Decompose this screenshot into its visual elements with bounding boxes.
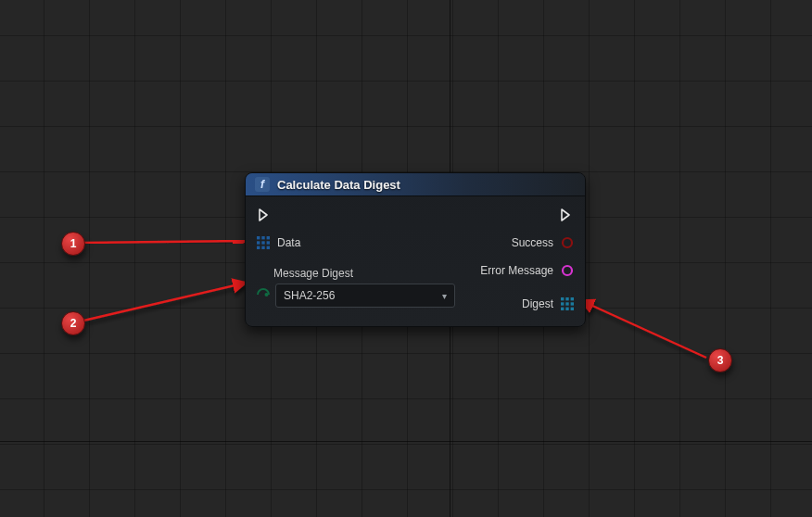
node-calculate-data-digest[interactable]: f Calculate Data Digest <box>245 172 586 327</box>
svg-rect-7 <box>261 241 264 244</box>
message-digest-value: SHA2-256 <box>284 289 335 302</box>
error-output-label: Error Message <box>480 264 553 277</box>
svg-line-1 <box>83 283 247 321</box>
svg-rect-15 <box>561 297 564 300</box>
callout-badge-3: 3 <box>708 348 732 372</box>
function-badge-icon: f <box>255 177 270 192</box>
exec-pin-icon <box>257 208 272 222</box>
callout-badge-2: 2 <box>61 311 85 335</box>
error-output-pin[interactable]: Error Message <box>480 261 574 280</box>
svg-line-0 <box>83 241 247 243</box>
exec-out-pin[interactable] <box>559 206 574 224</box>
svg-point-14 <box>563 266 572 275</box>
message-digest-dropdown[interactable]: SHA2-256 ▾ <box>275 284 455 308</box>
node-outputs-column: Success Error Message Digest <box>480 206 574 313</box>
svg-rect-3 <box>257 236 260 239</box>
digest-output-label: Digest <box>522 297 553 310</box>
svg-point-13 <box>563 238 572 247</box>
svg-rect-10 <box>261 246 264 249</box>
array-pin-icon <box>257 236 270 249</box>
svg-rect-5 <box>267 236 270 239</box>
svg-point-12 <box>265 293 269 296</box>
data-input-label: Data <box>277 236 300 249</box>
blueprint-graph-canvas[interactable]: f Calculate Data Digest <box>0 0 812 517</box>
svg-rect-8 <box>267 241 270 244</box>
digest-output-pin[interactable]: Digest <box>522 295 574 313</box>
svg-rect-16 <box>565 297 568 300</box>
node-header[interactable]: f Calculate Data Digest <box>246 173 585 196</box>
svg-rect-19 <box>565 302 568 305</box>
callout-badge-1: 1 <box>61 232 85 256</box>
data-pin-icon <box>561 264 574 277</box>
svg-rect-22 <box>565 308 568 310</box>
chevron-down-icon: ▾ <box>442 291 447 301</box>
data-input-pin[interactable]: Data <box>257 233 300 252</box>
svg-rect-23 <box>571 308 574 310</box>
exec-pin-icon <box>559 208 574 222</box>
svg-rect-18 <box>561 302 564 305</box>
svg-rect-20 <box>571 302 574 305</box>
success-output-pin[interactable]: Success <box>512 233 574 252</box>
array-pin-icon <box>561 297 574 310</box>
svg-rect-9 <box>257 246 260 249</box>
node-inputs-column: Data Message Digest SHA2-256 ▾ <box>257 206 455 313</box>
svg-line-2 <box>580 300 706 358</box>
svg-rect-21 <box>561 308 564 310</box>
svg-rect-11 <box>267 246 270 249</box>
exec-in-pin[interactable] <box>257 206 272 224</box>
enum-pin-icon <box>257 288 270 301</box>
node-body: Data Message Digest SHA2-256 ▾ <box>246 196 585 326</box>
svg-rect-6 <box>257 241 260 244</box>
svg-rect-17 <box>571 297 574 300</box>
node-title: Calculate Data Digest <box>277 178 400 192</box>
success-output-label: Success <box>512 236 553 249</box>
svg-rect-4 <box>261 236 264 239</box>
message-digest-label: Message Digest <box>257 267 455 280</box>
data-pin-icon <box>561 236 574 249</box>
